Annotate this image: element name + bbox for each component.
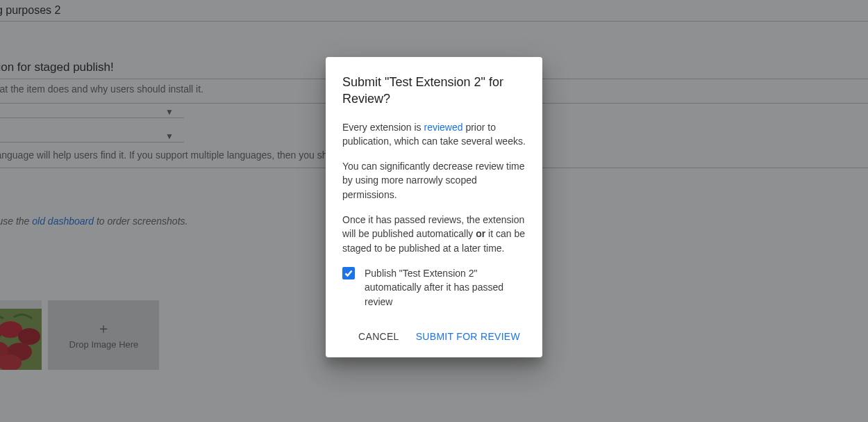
auto-publish-label: Publish "Test Extension 2" automatically…	[365, 266, 526, 309]
modal-overlay: Submit "Test Extension 2" for Review? Ev…	[0, 0, 868, 422]
submit-review-dialog: Submit "Test Extension 2" for Review? Ev…	[326, 57, 542, 357]
check-icon	[344, 268, 353, 278]
dialog-actions: CANCEL SUBMIT FOR REVIEW	[342, 325, 526, 348]
auto-publish-checkbox[interactable]	[342, 267, 355, 279]
reviewed-link[interactable]: reviewed	[424, 122, 463, 133]
auto-publish-row: Publish "Test Extension 2" automatically…	[342, 266, 526, 309]
dialog-paragraph: Once it has passed reviews, the extensio…	[342, 213, 526, 255]
dialog-paragraph: You can significantly decrease review ti…	[342, 159, 526, 202]
submit-for-review-button[interactable]: SUBMIT FOR REVIEW	[410, 325, 526, 348]
dialog-title: Submit "Test Extension 2" for Review?	[342, 74, 526, 108]
dialog-paragraph: Every extension is reviewed prior to pub…	[342, 120, 526, 149]
text-bold: or	[476, 228, 485, 239]
cancel-button[interactable]: CANCEL	[353, 325, 405, 348]
text: Every extension is	[342, 122, 424, 133]
